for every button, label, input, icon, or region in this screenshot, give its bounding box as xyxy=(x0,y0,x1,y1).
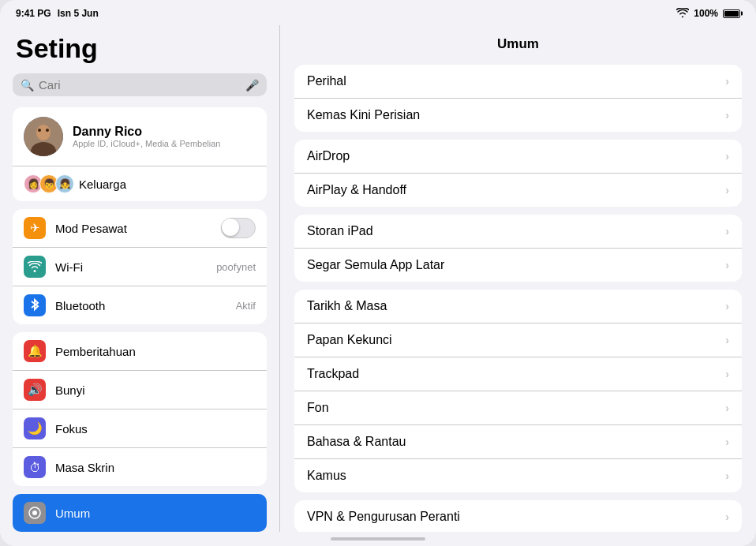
settings-row-airdrop[interactable]: AirDrop › xyxy=(294,140,742,173)
masa-skrin-icon: ⏱ xyxy=(24,456,46,478)
settings-row-airplay[interactable]: AirPlay & Handoff › xyxy=(294,173,742,207)
family-label: Keluarga xyxy=(79,178,126,191)
settings-row-trackpad[interactable]: Trackpad › xyxy=(294,357,742,391)
settings-group-4: Tarikh & Masa › Papan Kekunci › Trackpad… xyxy=(294,290,742,492)
storan-label: Storan iPad xyxy=(307,224,373,238)
bunyi-label: Bunyi xyxy=(55,383,256,397)
wifi-settings-icon xyxy=(24,256,46,278)
vpn-label: VPN & Pengurusan Peranti xyxy=(307,510,460,524)
search-icon: 🔍 xyxy=(21,79,34,92)
family-item[interactable]: 👩 👦 👧 Keluarga xyxy=(13,166,267,201)
settings-group-5: VPN & Pengurusan Peranti › xyxy=(294,500,742,532)
segar-semula-chevron: › xyxy=(725,259,729,271)
airplay-chevron: › xyxy=(725,184,729,196)
umum-icon xyxy=(24,502,46,524)
search-bar[interactable]: 🔍 🎤 xyxy=(13,73,267,96)
home-indicator xyxy=(0,532,756,546)
sidebar-item-masa-skrin[interactable]: ⏱ Masa Skrin xyxy=(13,447,267,486)
trackpad-chevron: › xyxy=(725,368,729,380)
sidebar-item-fokus[interactable]: 🌙 Fokus xyxy=(13,409,267,447)
airdrop-chevron: › xyxy=(725,150,729,163)
segar-semula-label: Segar Semula App Latar xyxy=(307,258,444,272)
settings-row-kamus[interactable]: Kamus › xyxy=(294,458,742,492)
family-avatar-3: 👧 xyxy=(55,174,74,193)
home-bar xyxy=(331,537,425,540)
profile-text: Danny Rico Apple ID, iCloud+, Media & Pe… xyxy=(73,125,220,148)
airplay-label: AirPlay & Handoff xyxy=(307,183,406,197)
trackpad-label: Trackpad xyxy=(307,367,359,381)
status-bar-left: 9:41 PG Isn 5 Jun xyxy=(16,8,99,19)
family-avatars: 👩 👦 👧 xyxy=(24,174,71,193)
settings-row-tarikh-masa[interactable]: Tarikh & Masa › xyxy=(294,290,742,323)
mod-pesawat-icon: ✈ xyxy=(24,217,46,239)
right-panel-title: Umum xyxy=(280,25,756,60)
airdrop-label: AirDrop xyxy=(307,149,350,163)
battery-icon xyxy=(723,9,740,18)
profile-card: Danny Rico Apple ID, iCloud+, Media & Pe… xyxy=(13,107,267,201)
network-card: ✈ Mod Pesawat Wi-Fi xyxy=(13,209,267,324)
pemberitahuan-icon: 🔔 xyxy=(24,340,46,362)
settings-row-vpn[interactable]: VPN & Pengurusan Peranti › xyxy=(294,500,742,532)
papan-kekunci-label: Papan Kekunci xyxy=(307,333,392,347)
umum-label: Umum xyxy=(55,507,256,520)
date: Isn 5 Jun xyxy=(58,8,99,19)
sidebar-item-mod-pesawat[interactable]: ✈ Mod Pesawat xyxy=(13,209,267,247)
settings-row-papan-kekunci[interactable]: Papan Kekunci › xyxy=(294,323,742,357)
main-content: Seting 🔍 🎤 xyxy=(0,25,756,532)
sidebar-item-bluetooth[interactable]: Bluetooth Aktif xyxy=(13,286,267,324)
settings-row-storan[interactable]: Storan iPad › xyxy=(294,215,742,248)
wifi-label: Wi-Fi xyxy=(55,260,207,274)
settings-row-perihal[interactable]: Perihal › xyxy=(294,65,742,98)
profile-name: Danny Rico xyxy=(73,125,220,139)
settings-row-bahasa-rantau[interactable]: Bahasa & Rantau › xyxy=(294,424,742,458)
svg-point-6 xyxy=(32,510,37,515)
mod-pesawat-label: Mod Pesawat xyxy=(55,222,211,235)
search-input[interactable] xyxy=(39,78,241,92)
sidebar-item-wifi[interactable]: Wi-Fi poofynet xyxy=(13,247,267,286)
mic-icon[interactable]: 🎤 xyxy=(245,79,259,92)
kemas-kini-label: Kemas Kini Perisian xyxy=(307,108,420,122)
profile-subtitle: Apple ID, iCloud+, Media & Pembelian xyxy=(73,139,220,148)
status-bar-right: 100% xyxy=(676,8,740,20)
bunyi-icon: 🔊 xyxy=(24,379,46,401)
perihal-label: Perihal xyxy=(307,74,346,88)
bahasa-rantau-chevron: › xyxy=(725,436,729,448)
bluetooth-value: Aktif xyxy=(236,300,256,312)
kamus-chevron: › xyxy=(725,469,729,482)
settings-row-fon[interactable]: Fon › xyxy=(294,391,742,424)
wifi-icon xyxy=(676,8,689,20)
sidebar: Seting 🔍 🎤 xyxy=(0,25,280,532)
bluetooth-icon xyxy=(24,294,46,316)
fokus-label: Fokus xyxy=(55,422,256,436)
settings-group-1: Perihal › Kemas Kini Perisian › xyxy=(294,65,742,132)
vpn-chevron: › xyxy=(725,510,729,523)
settings-row-kemas-kini[interactable]: Kemas Kini Perisian › xyxy=(294,98,742,132)
sidebar-item-pemberitahuan[interactable]: 🔔 Pemberitahuan xyxy=(13,332,267,370)
papan-kekunci-chevron: › xyxy=(725,334,729,346)
avatar xyxy=(24,117,63,156)
device-frame: 9:41 PG Isn 5 Jun 100% Seting xyxy=(0,0,756,546)
kemas-kini-chevron: › xyxy=(725,109,729,122)
wifi-value: poofynet xyxy=(216,261,256,273)
pemberitahuan-label: Pemberitahuan xyxy=(55,345,256,358)
masa-skrin-label: Masa Skrin xyxy=(55,461,256,474)
kamus-label: Kamus xyxy=(307,469,346,483)
fokus-icon: 🌙 xyxy=(24,417,46,439)
svg-point-3 xyxy=(38,129,41,132)
svg-point-4 xyxy=(46,129,49,132)
profile-item[interactable]: Danny Rico Apple ID, iCloud+, Media & Pe… xyxy=(13,107,267,166)
status-bar: 9:41 PG Isn 5 Jun 100% xyxy=(0,0,756,25)
notifications-card: 🔔 Pemberitahuan 🔊 Bunyi 🌙 Fokus ⏱ Masa S… xyxy=(13,332,267,486)
sidebar-item-umum[interactable]: Umum xyxy=(13,494,267,532)
settings-group-3: Storan iPad › Segar Semula App Latar › xyxy=(294,215,742,282)
svg-point-1 xyxy=(36,125,51,140)
perihal-chevron: › xyxy=(725,75,729,88)
tarikh-masa-label: Tarikh & Masa xyxy=(307,299,387,313)
storan-chevron: › xyxy=(725,225,729,237)
settings-row-segar-semula[interactable]: Segar Semula App Latar › xyxy=(294,248,742,282)
battery-percentage: 100% xyxy=(694,8,718,19)
sidebar-item-bunyi[interactable]: 🔊 Bunyi xyxy=(13,370,267,409)
bahasa-rantau-label: Bahasa & Rantau xyxy=(307,435,406,449)
fon-chevron: › xyxy=(725,402,729,414)
mod-pesawat-toggle[interactable] xyxy=(221,218,256,238)
